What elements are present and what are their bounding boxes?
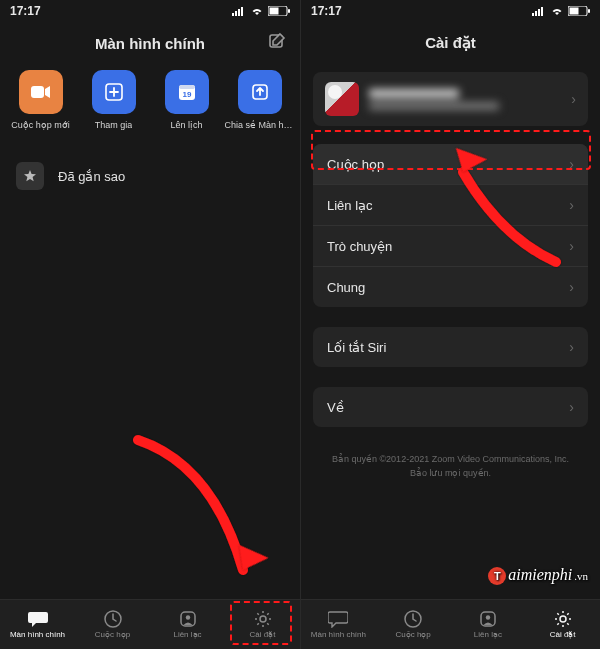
new-meeting-label: Cuộc họp mới	[11, 120, 70, 130]
svg-rect-1	[235, 11, 237, 16]
plus-icon	[92, 70, 136, 114]
svg-rect-0	[232, 13, 234, 16]
empty-space	[0, 202, 300, 599]
starred-label: Đã gắn sao	[58, 169, 125, 184]
copyright: Bản quyền ©2012-2021 Zoom Video Communic…	[319, 453, 582, 480]
action-row: Cuộc họp mới Tham gia 19 Lên lịch Chia s…	[0, 64, 300, 140]
share-label: Chia sẻ Màn hình	[225, 120, 295, 130]
tab-settings[interactable]: Cài đặt	[225, 600, 300, 649]
join-label: Tham gia	[95, 120, 133, 130]
chevron-right-icon: ›	[569, 238, 574, 254]
tabbar: Màn hình chính Cuộc họp Liên lạc Cài đặt	[0, 599, 300, 649]
clock-icon	[404, 610, 422, 628]
settings-about[interactable]: Về ›	[313, 387, 588, 427]
svg-rect-5	[270, 8, 279, 15]
settings-meeting-label: Cuộc họp	[327, 157, 384, 172]
svg-point-27	[486, 615, 490, 619]
settings-siri-label: Lối tắt Siri	[327, 340, 386, 355]
settings-siri[interactable]: Lối tắt Siri ›	[313, 327, 588, 367]
tab-meetings-label: Cuộc họp	[395, 630, 430, 639]
svg-rect-8	[31, 86, 44, 98]
svg-rect-18	[532, 13, 534, 16]
status-indicators	[232, 6, 290, 16]
svg-rect-3	[241, 7, 243, 16]
tab-contacts[interactable]: Liên lạc	[451, 600, 526, 649]
battery-icon	[568, 6, 590, 16]
header: Màn hình chính	[0, 22, 300, 64]
tab-contacts-label: Liên lạc	[173, 630, 201, 639]
contacts-icon	[179, 610, 197, 628]
settings-group-about: Về ›	[313, 387, 588, 427]
header: Cài đặt	[301, 22, 600, 64]
settings-contacts-label: Liên lạc	[327, 198, 373, 213]
chevron-right-icon: ›	[569, 399, 574, 415]
chevron-right-icon: ›	[569, 279, 574, 295]
svg-point-17	[260, 616, 266, 622]
svg-rect-19	[535, 11, 537, 16]
starred-row[interactable]: Đã gắn sao	[0, 150, 300, 202]
tab-settings-label: Cài đặt	[550, 630, 576, 639]
watermark: T aimienphi .vn	[488, 566, 588, 585]
page-title: Cài đặt	[425, 34, 476, 52]
signal-icon	[532, 6, 546, 16]
svg-rect-2	[238, 9, 240, 16]
settings-contacts[interactable]: Liên lạc ›	[313, 184, 588, 225]
chevron-right-icon: ›	[569, 197, 574, 213]
settings-general[interactable]: Chung ›	[313, 266, 588, 307]
svg-rect-6	[288, 9, 290, 13]
svg-rect-20	[538, 9, 540, 16]
tab-home[interactable]: Màn hình chính	[0, 600, 75, 649]
tab-meetings[interactable]: Cuộc họp	[75, 600, 150, 649]
signal-icon	[232, 6, 246, 16]
avatar	[325, 82, 359, 116]
chat-icon	[328, 610, 348, 628]
star-icon	[16, 162, 44, 190]
status-indicators	[532, 6, 590, 16]
settings-group-siri: Lối tắt Siri ›	[313, 327, 588, 367]
svg-point-28	[560, 616, 566, 622]
status-bar: 17:17	[0, 0, 300, 22]
svg-point-16	[185, 615, 189, 619]
svg-rect-21	[541, 7, 543, 16]
wifi-icon	[550, 6, 564, 16]
clock-icon	[104, 610, 122, 628]
tab-settings[interactable]: Cài đặt	[525, 600, 600, 649]
chevron-right-icon: ›	[571, 91, 576, 107]
settings-chat[interactable]: Trò chuyện ›	[313, 225, 588, 266]
chat-icon	[28, 610, 48, 628]
phone-left: 17:17 Màn hình chính Cuộc họp mới Tham g…	[0, 0, 300, 649]
gear-icon	[554, 610, 572, 628]
tabbar: Màn hình chính Cuộc họp Liên lạc Cài đặt	[301, 599, 600, 649]
settings-meeting[interactable]: Cuộc họp ›	[313, 144, 588, 184]
share-button[interactable]: Chia sẻ Màn hình	[225, 70, 295, 130]
gear-icon	[254, 610, 272, 628]
contacts-icon	[479, 610, 497, 628]
copyright-line1: Bản quyền ©2012-2021 Zoom Video Communic…	[319, 453, 582, 467]
new-meeting-button[interactable]: Cuộc họp mới	[6, 70, 76, 130]
svg-text:19: 19	[182, 90, 191, 99]
page-title: Màn hình chính	[95, 35, 205, 52]
compose-icon	[268, 32, 286, 50]
calendar-icon: 19	[165, 70, 209, 114]
status-time: 17:17	[311, 4, 342, 18]
schedule-button[interactable]: 19 Lên lịch	[152, 70, 222, 130]
tab-home[interactable]: Màn hình chính	[301, 600, 376, 649]
tab-settings-label: Cài đặt	[250, 630, 276, 639]
watermark-text: aimienphi	[508, 566, 572, 584]
compose-button[interactable]	[268, 32, 286, 54]
phone-right: 17:17 Cài đặt › Cuộc họp › Liên lạc › Tr…	[300, 0, 600, 649]
settings-general-label: Chung	[327, 280, 365, 295]
upload-icon	[238, 70, 282, 114]
status-time: 17:17	[10, 4, 41, 18]
svg-rect-23	[570, 8, 579, 15]
profile-row[interactable]: ›	[313, 72, 588, 126]
tab-home-label: Màn hình chính	[10, 630, 65, 639]
join-button[interactable]: Tham gia	[79, 70, 149, 130]
svg-rect-11	[179, 85, 195, 89]
tab-contacts[interactable]: Liên lạc	[150, 600, 225, 649]
tab-contacts-label: Liên lạc	[474, 630, 502, 639]
battery-icon	[268, 6, 290, 16]
copyright-line2: Bảo lưu mọi quyền.	[319, 467, 582, 481]
tab-meetings[interactable]: Cuộc họp	[376, 600, 451, 649]
settings-chat-label: Trò chuyện	[327, 239, 392, 254]
